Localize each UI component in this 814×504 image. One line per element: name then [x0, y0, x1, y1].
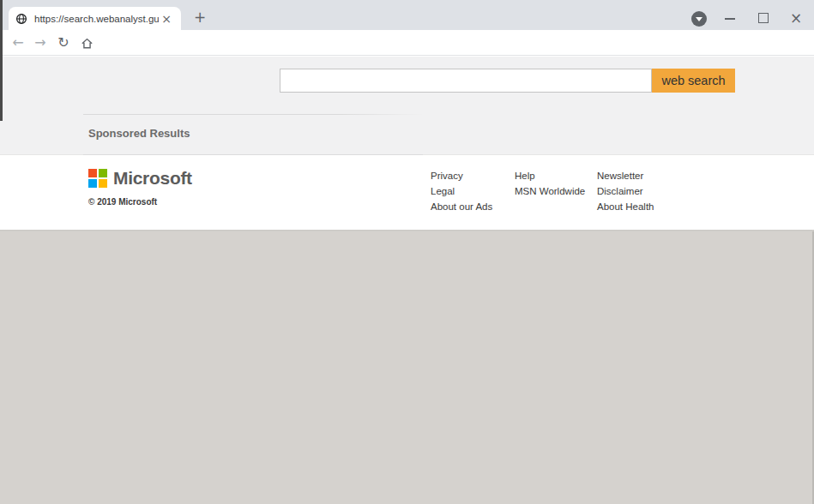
microsoft-wordmark: Microsoft: [113, 168, 192, 189]
footer-link-newsletter[interactable]: Newsletter: [597, 168, 654, 183]
footer-link-privacy[interactable]: Privacy: [431, 168, 492, 183]
microsoft-squares-icon: [88, 169, 107, 188]
desktop-background: [0, 231, 814, 504]
copyright-text: © 2019 Microsoft: [88, 197, 157, 207]
tab-search-icon[interactable]: [691, 11, 707, 27]
tab-close-icon[interactable]: ×: [159, 13, 174, 25]
back-icon[interactable]: ←: [7, 30, 29, 56]
divider: [83, 154, 423, 155]
footer-links-column-1: Privacy Legal About our Ads: [431, 168, 492, 214]
footer-link-about-health[interactable]: About Health: [597, 199, 654, 214]
page-content: web search Sponsored Results Microsoft ©…: [0, 57, 814, 230]
globe-favicon-icon: [15, 13, 27, 25]
sponsored-results-heading: Sponsored Results: [88, 127, 190, 140]
reload-icon[interactable]: ↻: [52, 30, 75, 56]
footer-link-legal[interactable]: Legal: [431, 183, 492, 199]
browser-tab[interactable]: https://search.webanalyst.guru ×: [9, 7, 181, 30]
footer-links-column-2: Help MSN Worldwide: [515, 168, 585, 199]
footer-link-disclaimer[interactable]: Disclaimer: [597, 183, 654, 199]
footer-link-msn-worldwide[interactable]: MSN Worldwide: [515, 183, 585, 199]
background-window-edge: [0, 0, 3, 121]
window-maximize-button[interactable]: [758, 13, 769, 23]
search-input[interactable]: [280, 69, 652, 93]
forward-icon[interactable]: →: [29, 30, 51, 56]
window-minimize-button[interactable]: [725, 18, 735, 20]
tab-title: https://search.webanalyst.guru: [34, 14, 159, 24]
new-tab-button[interactable]: +: [190, 9, 209, 27]
search-section: web search Sponsored Results: [0, 57, 814, 155]
footer-link-about-our-ads[interactable]: About our Ads: [431, 199, 492, 214]
web-search-button[interactable]: web search: [652, 69, 735, 93]
microsoft-logo[interactable]: Microsoft: [88, 168, 192, 189]
window-close-button[interactable]: ×: [789, 9, 803, 27]
browser-toolbar: ← → ↻ search.webanalyst.guru ☆: [0, 30, 814, 56]
titlebar: https://search.webanalyst.guru × + ×: [0, 0, 814, 30]
divider: [83, 114, 423, 115]
footer-link-help[interactable]: Help: [515, 168, 585, 183]
browser-window: https://search.webanalyst.guru × + × ← →…: [0, 0, 814, 504]
footer-links-column-3: Newsletter Disclaimer About Health: [597, 168, 654, 214]
home-icon[interactable]: [75, 30, 98, 56]
